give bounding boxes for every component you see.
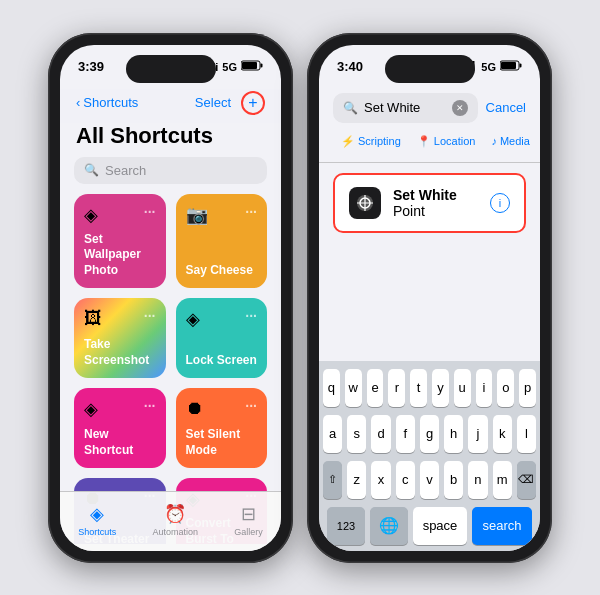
filter-tab-media[interactable]: ♪ Media: [483, 131, 537, 152]
filter-tab-share[interactable]: ⬆ Sha...: [538, 131, 540, 152]
shortcut-tile-screenshot[interactable]: 🖼··· Take Screenshot: [74, 298, 166, 378]
filter-tab-scripting[interactable]: ⚡ Scripting: [333, 131, 409, 152]
key-m[interactable]: m: [493, 461, 512, 499]
key-b[interactable]: b: [444, 461, 463, 499]
tile-label: New Shortcut: [84, 427, 156, 458]
filter-tab-scripting-label: Scripting: [358, 135, 401, 147]
key-search[interactable]: search: [472, 507, 532, 545]
key-r[interactable]: r: [388, 369, 405, 407]
tab-gallery[interactable]: ⊟ Gallery: [234, 503, 263, 537]
filter-tabs: ⚡ Scripting 📍 Location ♪ Media ⬆ Sha...: [319, 131, 540, 163]
key-l[interactable]: l: [517, 415, 536, 453]
key-u[interactable]: u: [454, 369, 471, 407]
svg-rect-13: [501, 62, 516, 69]
info-icon: i: [499, 197, 501, 209]
key-z[interactable]: z: [347, 461, 366, 499]
tile-icon: 📷: [186, 204, 208, 226]
key-w[interactable]: w: [345, 369, 362, 407]
nav-select-button[interactable]: Select: [195, 95, 231, 110]
key-space[interactable]: space: [413, 507, 467, 545]
media-icon: ♪: [491, 135, 497, 147]
filter-tab-media-label: Media: [500, 135, 530, 147]
shortcut-tile-wallpaper[interactable]: ◈··· Set Wallpaper Photo: [74, 194, 166, 289]
key-c[interactable]: c: [396, 461, 415, 499]
search-field-value: Set White: [364, 100, 446, 115]
keyboard-row-2: a s d f g h j k l: [323, 415, 536, 453]
search-header: 🔍 Set White ✕ Cancel: [319, 89, 540, 131]
plus-icon: +: [248, 94, 257, 112]
key-g[interactable]: g: [420, 415, 439, 453]
key-a[interactable]: a: [323, 415, 342, 453]
key-s[interactable]: s: [347, 415, 366, 453]
svg-rect-12: [520, 64, 522, 68]
search-icon: 🔍: [84, 163, 99, 177]
result-name-highlight: Set White: [393, 187, 457, 203]
tile-label: Set Silent Mode: [186, 427, 258, 458]
tile-label: Take Screenshot: [84, 337, 156, 368]
key-delete[interactable]: ⌫: [517, 461, 536, 499]
key-123[interactable]: 123: [327, 507, 365, 545]
key-h[interactable]: h: [444, 415, 463, 453]
left-status-time: 3:39: [78, 59, 104, 74]
search-clear-button[interactable]: ✕: [452, 100, 468, 116]
dynamic-island-right: [385, 55, 475, 83]
tab-automation[interactable]: ⏰ Automation: [152, 503, 198, 537]
result-icon: [349, 187, 381, 219]
search-field-icon: 🔍: [343, 101, 358, 115]
result-list: Set White Point i: [319, 163, 540, 243]
search-field[interactable]: 🔍 Set White ✕: [333, 93, 478, 123]
chevron-left-icon: ‹: [76, 95, 80, 110]
shortcut-tile-newshortcut[interactable]: ◈··· New Shortcut: [74, 388, 166, 468]
result-info-button[interactable]: i: [490, 193, 510, 213]
key-emoji[interactable]: 🌐: [370, 507, 408, 545]
key-y[interactable]: y: [432, 369, 449, 407]
search-bar[interactable]: 🔍 Search: [74, 157, 267, 184]
result-name: Set White Point: [393, 187, 478, 219]
key-x[interactable]: x: [371, 461, 390, 499]
cancel-button[interactable]: Cancel: [486, 100, 526, 115]
right-status-time: 3:40: [337, 59, 363, 74]
keyboard-bottom-row: 123 🌐 space search: [323, 507, 536, 545]
shortcut-tile-saycheese[interactable]: 📷··· Say Cheese: [176, 194, 268, 289]
tile-icon: ◈: [84, 204, 98, 226]
tab-bar: ◈ Shortcuts ⏰ Automation ⊟ Gallery: [60, 491, 281, 551]
nav-back-label: Shortcuts: [83, 95, 138, 110]
page-title: All Shortcuts: [60, 123, 281, 157]
filter-tab-location[interactable]: 📍 Location: [409, 131, 484, 152]
key-n[interactable]: n: [468, 461, 487, 499]
key-j[interactable]: j: [468, 415, 487, 453]
nav-back-button[interactable]: ‹ Shortcuts: [76, 95, 138, 110]
key-k[interactable]: k: [493, 415, 512, 453]
key-t[interactable]: t: [410, 369, 427, 407]
battery-icon-right: [500, 60, 522, 73]
key-d[interactable]: d: [371, 415, 390, 453]
key-f[interactable]: f: [396, 415, 415, 453]
gallery-tab-icon: ⊟: [241, 503, 256, 525]
network-label-right: 5G: [481, 61, 496, 73]
network-label: 5G: [222, 61, 237, 73]
filter-tab-location-label: Location: [434, 135, 476, 147]
key-p[interactable]: p: [519, 369, 536, 407]
left-phone: 3:39 WiFi 5G ‹ Shortcuts: [48, 33, 293, 563]
shortcut-tile-lockscreen[interactable]: ◈··· Lock Screen: [176, 298, 268, 378]
keyboard-row-1: q w e r t y u i o p: [323, 369, 536, 407]
key-e[interactable]: e: [367, 369, 384, 407]
battery-icon: [241, 60, 263, 73]
shortcut-tile-silentmode[interactable]: ⏺··· Set Silent Mode: [176, 388, 268, 468]
add-shortcut-button[interactable]: +: [241, 91, 265, 115]
clear-icon: ✕: [456, 103, 464, 113]
key-o[interactable]: o: [497, 369, 514, 407]
tile-label: Lock Screen: [186, 353, 258, 369]
key-i[interactable]: i: [476, 369, 493, 407]
result-item-setwhitepoint[interactable]: Set White Point i: [333, 173, 526, 233]
key-v[interactable]: v: [420, 461, 439, 499]
key-shift[interactable]: ⇧: [323, 461, 342, 499]
key-q[interactable]: q: [323, 369, 340, 407]
tab-shortcuts[interactable]: ◈ Shortcuts: [78, 503, 116, 537]
automation-tab-icon: ⏰: [164, 503, 186, 525]
nav-bar: ‹ Shortcuts Select +: [60, 89, 281, 123]
scripting-icon: ⚡: [341, 135, 355, 148]
shortcuts-tab-icon: ◈: [90, 503, 104, 525]
left-screen: 3:39 WiFi 5G ‹ Shortcuts: [60, 45, 281, 551]
keyboard-row-3: ⇧ z x c v b n m ⌫: [323, 461, 536, 499]
